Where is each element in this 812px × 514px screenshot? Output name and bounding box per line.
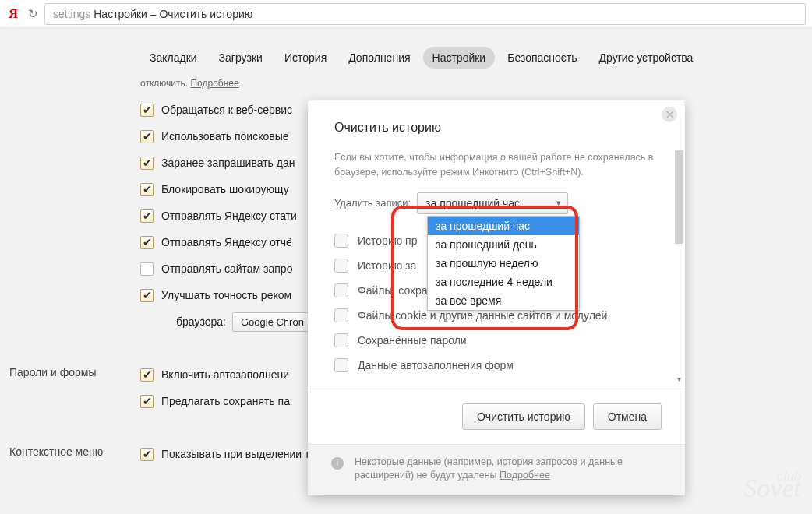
tab-other-devices[interactable]: Другие устройства [590, 47, 703, 69]
browser-select[interactable]: Google Chron [232, 312, 320, 332]
checkbox[interactable] [334, 333, 348, 347]
tab-security[interactable]: Безопасность [498, 47, 586, 69]
watermark-bottom: Sovet [743, 474, 801, 502]
clear-item-label: Историю за [358, 259, 416, 272]
address-prefix: settings [53, 8, 90, 20]
page-body: Закладки Загрузки История Дополнения Нас… [0, 28, 812, 514]
cancel-button[interactable]: Отмена [593, 403, 662, 430]
clear-item-label: Сохранённые пароли [358, 334, 467, 347]
setting-label: Включить автозаполнени [161, 368, 289, 381]
close-icon[interactable]: ✕ [662, 107, 677, 122]
delete-label: Удалить записи: [334, 197, 411, 209]
setting-label: Использовать поисковые [161, 130, 289, 143]
option-all[interactable]: за всё время [428, 291, 579, 310]
checkbox[interactable] [140, 183, 154, 196]
section-passwords-title: Пароли и формы [9, 366, 96, 378]
checkbox[interactable] [140, 262, 154, 276]
checkbox[interactable] [334, 234, 348, 248]
clear-item-row: Сохранённые пароли [334, 328, 658, 353]
tabs-strip: Закладки Загрузки История Дополнения Нас… [0, 28, 812, 78]
checkbox[interactable] [334, 358, 348, 372]
setting-label: Отправлять сайтам запро [161, 262, 292, 275]
checkbox[interactable] [140, 289, 154, 302]
footer-text: Некоторые данные (например, история запр… [355, 456, 623, 481]
setting-label: Улучшать точность реком [161, 289, 291, 301]
checkbox[interactable] [140, 395, 154, 408]
time-range-dropdown: за прошедший час за прошедший день за пр… [427, 216, 580, 311]
tab-history[interactable]: История [275, 47, 336, 69]
tab-settings[interactable]: Настройки [423, 47, 496, 69]
setting-label: Предлагать сохранять па [161, 395, 290, 407]
clear-item-row: Данные автозаполнения форм [334, 353, 658, 378]
setting-label: Обращаться к веб-сервис [161, 104, 292, 116]
tab-bookmarks[interactable]: Закладки [140, 47, 207, 69]
footer-link[interactable]: Подробнее [500, 470, 550, 481]
dialog-body: Если вы хотите, чтобы информация о вашей… [308, 150, 685, 378]
clear-item-label: Историю пр [358, 234, 417, 247]
checkbox[interactable] [334, 308, 348, 322]
checkbox[interactable] [334, 259, 348, 273]
tab-addons[interactable]: Дополнения [339, 47, 419, 69]
watermark: club Sovet [743, 470, 801, 498]
checkbox[interactable] [140, 236, 154, 249]
section-context-title: Контекстное меню [9, 445, 103, 458]
clear-history-dialog: ✕ Очистить историю Если вы хотите, чтобы… [308, 100, 685, 495]
checkbox[interactable] [140, 130, 154, 143]
info-icon: i [331, 457, 344, 470]
intro-line: отключить. Подробнее [140, 78, 781, 89]
dialog-actions: Очистить историю Отмена [308, 389, 685, 444]
clear-item-label: Файлы cookie и другие данные сайтов и мо… [358, 309, 607, 322]
clear-item-label: Данные автозаполнения форм [358, 359, 514, 371]
clear-button[interactable]: Очистить историю [462, 403, 585, 430]
option-4weeks[interactable]: за последние 4 недели [428, 273, 579, 291]
checkbox[interactable] [140, 448, 154, 461]
setting-label: Отправлять Яндексу отчё [161, 236, 292, 248]
setting-label: Блокировать шокирующу [161, 183, 289, 195]
dialog-title: Очистить историю [308, 100, 685, 150]
browser-prefix: браузера: [176, 315, 226, 328]
address-title: Настройки – Очистить историю [94, 8, 252, 20]
scroll-thumb[interactable] [675, 150, 683, 244]
setting-label: Отправлять Яндексу стати [161, 209, 297, 222]
checkbox[interactable] [334, 283, 348, 297]
scrollbar[interactable]: ▾ [675, 150, 683, 378]
yandex-logo-icon: Я [6, 7, 20, 21]
delete-range-row: Удалить записи: за прошедший час за прош… [334, 192, 658, 214]
reload-icon[interactable]: ↻ [28, 7, 38, 21]
checkbox[interactable] [140, 157, 154, 170]
checkbox[interactable] [140, 368, 154, 382]
time-range-select[interactable]: за прошедший час [417, 192, 568, 214]
checkbox[interactable] [140, 209, 154, 223]
option-week[interactable]: за прошлую неделю [428, 254, 579, 273]
checkbox[interactable] [140, 104, 154, 117]
address-bar: Я ↻ settings Настройки – Очистить истори… [0, 0, 812, 28]
setting-label: Заранее запрашивать дан [161, 157, 295, 169]
scroll-down-icon[interactable]: ▾ [675, 375, 683, 382]
tab-downloads[interactable]: Загрузки [210, 47, 272, 69]
option-hour[interactable]: за прошедший час [428, 217, 579, 235]
intro-text: отключить. [140, 78, 188, 89]
option-day[interactable]: за прошедший день [428, 235, 579, 254]
dialog-footer: i Некоторые данные (например, история за… [308, 444, 685, 495]
address-input[interactable]: settings Настройки – Очистить историю [44, 3, 806, 25]
intro-link[interactable]: Подробнее [190, 78, 238, 89]
dialog-note: Если вы хотите, чтобы информация о вашей… [334, 150, 658, 180]
